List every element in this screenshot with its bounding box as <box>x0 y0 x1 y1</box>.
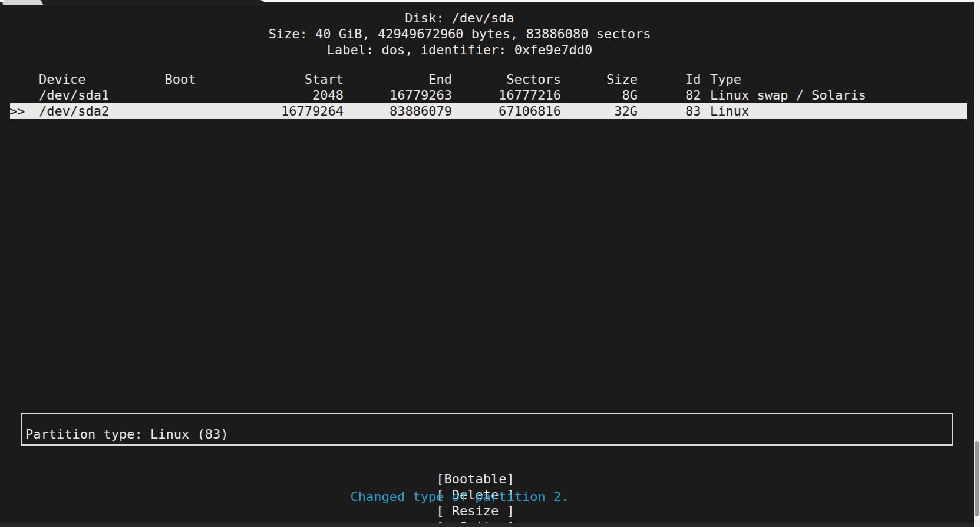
scrollbar-thumb[interactable] <box>975 441 979 516</box>
menu-button-bootable[interactable]: [Bootable] <box>436 471 514 487</box>
partition-type-text: Partition type: Linux (83) <box>22 426 232 444</box>
cell-type: Linux <box>710 103 972 119</box>
selection-cursor-marker: >> <box>9 103 35 119</box>
cell-sectors: 67106816 <box>443 103 561 119</box>
cell-type: Linux swap / Solaris <box>710 87 972 103</box>
cfdisk-menu: [Bootable] [ Delete ] [ Resize ] [ Quit … <box>0 455 919 473</box>
column-header-end: End <box>334 71 452 87</box>
cfdisk-terminal-screen: Disk: /dev/sda Size: 40 GiB, 42949672960… <box>0 0 980 527</box>
disk-label-line: Label: dos, identifier: 0xfe9e7dd0 <box>0 42 919 58</box>
table-row-sda2-selected[interactable]: >> /dev/sda2 16779264 83886079 67106816 … <box>10 103 967 119</box>
column-header-size: Size <box>549 71 638 87</box>
window-bottom-edge <box>0 523 974 527</box>
partition-type-info-box: Partition type: Linux (83) <box>21 413 953 446</box>
cell-size: 8G <box>549 87 638 103</box>
cell-start: 16779264 <box>226 103 344 119</box>
menu-button-resize[interactable]: [ Resize ] <box>436 503 514 519</box>
disk-title: Disk: /dev/sda <box>0 10 919 26</box>
cell-sectors: 16777216 <box>443 87 561 103</box>
browser-active-tab-edge <box>37 0 265 6</box>
table-row-sda1[interactable]: /dev/sda1 2048 16779263 16777216 8G 82 L… <box>0 87 974 103</box>
cell-end: 16779263 <box>334 87 452 103</box>
cell-id: 83 <box>685 103 709 119</box>
column-header-start: Start <box>226 71 344 87</box>
column-header-type: Type <box>710 71 972 87</box>
cell-device: /dev/sda1 <box>39 87 151 103</box>
cell-end: 83886079 <box>334 103 452 119</box>
column-header-id: Id <box>685 71 709 87</box>
cell-start: 2048 <box>226 87 344 103</box>
column-header-device: Device <box>39 71 151 87</box>
cell-device: /dev/sda2 <box>39 103 151 119</box>
table-header-row: Device Boot Start End Sectors Size Id Ty… <box>0 71 974 87</box>
status-message: Changed type of partition 2. <box>0 489 919 505</box>
cell-id: 82 <box>685 87 709 103</box>
cell-size: 32G <box>549 103 638 119</box>
disk-size-line: Size: 40 GiB, 42949672960 bytes, 8388608… <box>0 26 919 42</box>
column-header-boot: Boot <box>151 71 210 87</box>
scrollbar-track[interactable] <box>974 2 980 527</box>
browser-inactive-tab-edge[interactable] <box>2 0 43 5</box>
column-header-sectors: Sectors <box>443 71 561 87</box>
